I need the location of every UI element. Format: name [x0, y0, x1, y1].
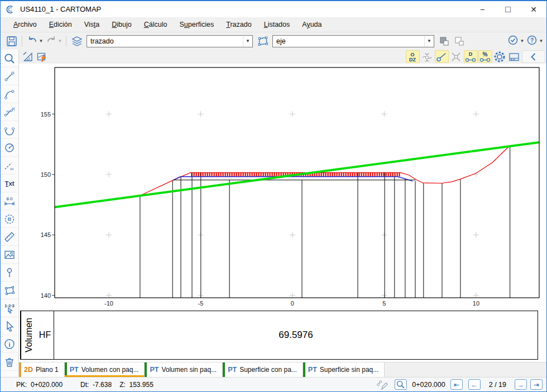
text-icon: Txt [3, 177, 16, 190]
minimize-button[interactable]: − [469, 1, 495, 17]
odz-button[interactable]: ODZ [406, 50, 420, 63]
svg-text:∞: ∞ [10, 166, 13, 171]
pk-value: 0+020.000 [31, 381, 63, 389]
svg-text:%: % [483, 51, 488, 57]
svg-text:i: i [8, 341, 10, 347]
node-vertical-button[interactable] [420, 50, 434, 63]
x-axis-label: -5 [198, 300, 204, 307]
validate-button[interactable]: ▼ [506, 34, 525, 49]
ruler-tool-button[interactable] [1, 228, 18, 246]
layer-combobox[interactable]: trazado ▼ [87, 35, 253, 47]
polygon-tool-button[interactable] [1, 282, 18, 299]
alignment-button[interactable] [255, 34, 270, 49]
x-axis-label: 5 [382, 300, 386, 307]
snap-line-button[interactable] [435, 50, 449, 63]
arc-icon [3, 124, 16, 136]
menu-vista[interactable]: Vista [78, 19, 106, 30]
menu-archivo[interactable]: Archivo [7, 19, 43, 30]
text-tool-button[interactable]: Txt [1, 175, 18, 192]
dist-d-button[interactable]: D [464, 50, 478, 63]
polygon-icon [3, 284, 16, 297]
curve-icon [3, 88, 16, 100]
pin-icon [3, 267, 16, 279]
redo-button[interactable]: ▼ [44, 34, 63, 49]
layers-button[interactable] [69, 34, 84, 49]
odz-icon: ODZ [406, 51, 419, 63]
menu-calculo[interactable]: Cálculo [138, 19, 174, 30]
settings-button[interactable] [493, 50, 507, 63]
menu-edicion[interactable]: Edición [43, 19, 78, 30]
next-station-button[interactable]: → [515, 379, 527, 390]
tab-color-bar [145, 362, 147, 377]
y-axis-label: 145 [41, 231, 51, 238]
dist-d-icon: D [464, 51, 477, 63]
first-station-button[interactable]: ⇤ [450, 379, 463, 390]
chevron-down-icon[interactable]: ▼ [243, 36, 252, 47]
tab-pt-volumen-sin-paq[interactable]: PTVolumen sin paq... [145, 362, 223, 377]
select-icon [3, 320, 16, 332]
menu-listados[interactable]: Listados [258, 19, 296, 30]
section-toolbar: ODZD% [19, 50, 546, 64]
subrasante-line [174, 177, 413, 181]
axis-combobox[interactable]: eje ▼ [272, 35, 434, 47]
line-tool-button[interactable] [1, 67, 18, 85]
snap-cross-button[interactable] [449, 50, 463, 63]
image-icon [3, 249, 16, 261]
dist-percent-icon: % [479, 51, 491, 63]
close-button[interactable]: ✕ [521, 1, 546, 17]
hf-cell-label: HF [36, 311, 54, 359]
circle-tool-button[interactable] [1, 139, 18, 157]
tab-pt-superficie-sin-paq[interactable]: PTSuperficie sin paq... [303, 362, 385, 377]
panel-button[interactable] [507, 50, 521, 63]
tab-2d-plano-1[interactable]: 2DPlano 1 [19, 362, 65, 377]
help-button[interactable]: ?▼ [525, 34, 544, 49]
svg-text:1·2·3: 1·2·3 [4, 303, 15, 308]
svg-text:D: D [469, 51, 473, 57]
previous-station-button[interactable]: ← [468, 379, 481, 390]
app-window: US4110_1 - CARTOMAP − □ ✕ ArchivoEdición… [0, 0, 547, 392]
drawing-tools-sidebar: ∞R∞Txt8.01·2·3i [1, 50, 19, 377]
menu-trazado[interactable]: Trazado [220, 19, 257, 30]
symbol-icon [3, 213, 16, 225]
copy-properties-button[interactable] [436, 34, 452, 49]
undo-button[interactable]: ▼ [25, 34, 44, 49]
delete-tool-button[interactable] [1, 353, 18, 371]
chevron-down-icon[interactable]: ▼ [424, 36, 434, 47]
numbering-tool-button[interactable]: 1·2·3 [1, 299, 18, 317]
last-station-button[interactable]: ⇥ [530, 379, 543, 390]
y-axis-label: 155 [41, 111, 51, 118]
menu-ayuda[interactable]: Ayuda [296, 19, 328, 30]
symbol-tool-button[interactable] [1, 210, 18, 228]
image-tool-button[interactable] [1, 246, 18, 264]
save-button[interactable] [4, 34, 19, 49]
pin-tool-button[interactable] [1, 264, 18, 282]
panel-icon [508, 51, 520, 63]
results-panel: Volumen HF 69.5976 [20, 311, 538, 360]
section-canvas[interactable]: 155150145140-10-50510 Volumen HF 69.5976 [19, 64, 546, 362]
zoom-tool-button[interactable] [1, 50, 18, 67]
station-value: 0+020.000 [412, 381, 445, 389]
setsquare-button[interactable] [21, 50, 35, 63]
dimension-tool-button[interactable]: 8.0 [1, 192, 18, 210]
select-tool-button[interactable] [1, 317, 18, 335]
station-search-button[interactable] [395, 379, 407, 390]
tab-prefix: PT [228, 366, 237, 374]
arc-tool-button[interactable] [1, 121, 18, 139]
tab-pt-superficie-con-pa[interactable]: PTSuperficie con pa... [223, 362, 303, 377]
section-verticals [140, 146, 510, 298]
profile-flash-button[interactable] [36, 50, 50, 63]
clothoid-tool-button[interactable]: ∞R [1, 103, 18, 121]
tab-pt-volumen-con-paq[interactable]: PTVolumen con paq... [65, 362, 145, 377]
tab-label: Volumen con paq... [81, 366, 139, 374]
menu-superficies[interactable]: Superficies [173, 19, 220, 30]
maximize-button[interactable]: □ [495, 1, 521, 17]
z-label: Z: [119, 381, 126, 389]
svg-text:DZ: DZ [409, 57, 416, 62]
dist-percent-button[interactable]: % [478, 50, 492, 63]
infinite-line-tool-button[interactable]: ∞ [1, 157, 18, 175]
curve-tool-button[interactable] [1, 85, 18, 103]
menu-dibujo[interactable]: Dibujo [105, 19, 137, 30]
collapse-panel-button[interactable] [522, 50, 545, 63]
info-tool-button[interactable]: i [1, 335, 18, 353]
paste-properties-button[interactable] [452, 34, 467, 49]
